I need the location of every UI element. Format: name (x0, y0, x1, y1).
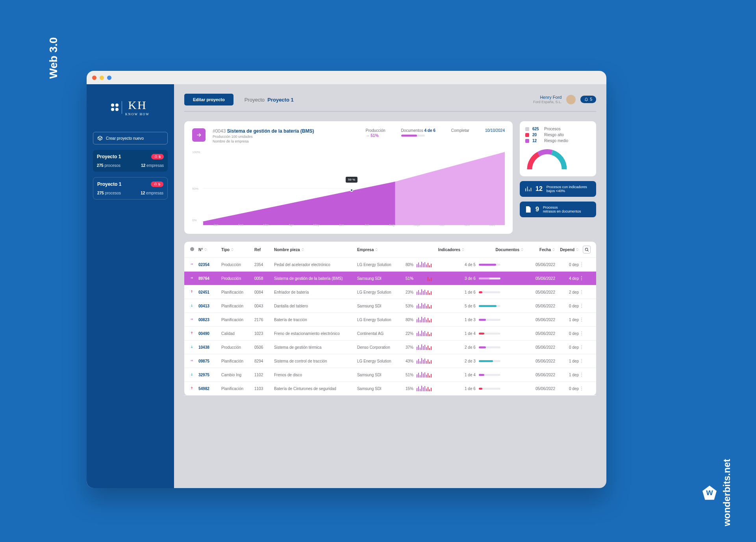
browser-window: KH KNOW HOW Crear proyecto nuevo Proyect… (87, 71, 606, 488)
user-name: Henry Ford (533, 94, 562, 100)
chart-point (350, 189, 353, 192)
sidebar-project-card[interactable]: Proyecto 15 275 procesos12 empresas (93, 177, 168, 200)
trend-down-icon (190, 303, 194, 307)
trend-down-icon (190, 372, 194, 376)
th-num[interactable]: N° (198, 248, 221, 252)
th-nombre[interactable]: Nombre pieza (274, 248, 357, 252)
sparkline (417, 358, 432, 364)
table-row[interactable]: 10438 Producción 0506 Sistema de gestión… (184, 340, 596, 354)
chart-icon-box (192, 128, 206, 142)
main-content: Editar proyecto Proyecto Proyecto 1 Henr… (174, 84, 606, 488)
trend-up-icon (190, 386, 194, 390)
logo-subtitle: KNOW HOW (125, 113, 150, 116)
sparkline (417, 372, 432, 377)
notifications-badge[interactable]: 5 (580, 96, 596, 103)
project-title: Proyecto 1 (97, 181, 121, 187)
doc-delay-card[interactable]: 9 Procesosretrasos en documentos (520, 202, 596, 217)
th-fecha[interactable]: Fecha (524, 248, 555, 252)
x-axis-label: Apr (278, 223, 304, 227)
table-row[interactable]: 00823 Planificación 2176 Batería de trac… (184, 313, 596, 327)
table-row[interactable]: 54982 Planificación 1103 Batería de Cint… (184, 382, 596, 396)
table-header: N° Tipo Ref Nombre pieza Empresa Indicad… (184, 242, 596, 258)
search-icon (585, 248, 589, 252)
edit-project-button[interactable]: Editar proyecto (184, 94, 233, 105)
process-table: N° Tipo Ref Nombre pieza Empresa Indicad… (184, 242, 596, 396)
table-row[interactable]: 89764 Producción 0058 Sistema de gestión… (184, 272, 596, 285)
table-row[interactable]: 02354 Producción 2354 Pedal del acelerad… (184, 258, 596, 272)
avatar[interactable] (566, 95, 576, 104)
row-menu-icon[interactable] (579, 331, 584, 335)
page-label-web30: Web 3.0 (47, 37, 60, 79)
row-menu-icon[interactable] (579, 290, 584, 294)
bell-icon (154, 155, 158, 158)
x-axis-label: Jan (203, 223, 228, 227)
document-icon (524, 206, 532, 213)
x-axis-label: Sept (404, 223, 430, 227)
th-depend[interactable]: Depend (555, 248, 579, 252)
x-axis-label: Nov (454, 223, 480, 227)
arrow-right-icon (196, 132, 202, 138)
browser-titlebar (87, 71, 606, 84)
table-row[interactable]: 00490 Calidad 1023 Freno de estacionamie… (184, 327, 596, 340)
svg-point-3 (585, 248, 587, 250)
x-axis-label: Oct (429, 223, 454, 227)
progress-bar (479, 333, 500, 335)
table-row[interactable]: 02451 Planificación 0084 Enfriador de ba… (184, 285, 596, 299)
sort-icon (552, 248, 555, 251)
window-max-dot[interactable] (107, 76, 111, 80)
sort-icon (375, 248, 378, 251)
sidebar-project-card[interactable]: Proyecto 15 275 procesos12 empresas (93, 150, 168, 172)
th-tipo[interactable]: Tipo (221, 248, 254, 252)
new-project-button[interactable]: Crear proyecto nuevo (93, 132, 168, 144)
x-axis-label: Jul (354, 223, 379, 227)
new-project-label: Crear proyecto nuevo (106, 136, 144, 141)
alert-badge: 5 (151, 181, 163, 187)
stats-card: 625Procesos 20Riesgo alto 12Riesgo medio (520, 121, 596, 176)
th-documentos[interactable]: Documentos (465, 248, 524, 252)
bars-icon (524, 185, 532, 192)
topbar: Editar proyecto Proyecto Proyecto 1 Henr… (184, 94, 596, 112)
row-menu-icon[interactable] (579, 373, 584, 377)
svg-point-2 (190, 247, 194, 251)
row-menu-icon[interactable] (579, 304, 584, 308)
table-row[interactable]: 09875 Planificación 8294 Sistema de cont… (184, 354, 596, 368)
project-title: Proyecto 1 (97, 154, 121, 159)
row-menu-icon[interactable] (579, 263, 584, 266)
chart-title: Sistema de gestión de la batería (BMS) (227, 128, 314, 134)
chart-tooltip: 59 % (346, 177, 358, 183)
progress-bar (479, 346, 500, 348)
brand-logo: KH KNOW HOW (93, 98, 168, 116)
window-close-dot[interactable] (92, 76, 96, 80)
progress-bar (479, 291, 500, 293)
sort-icon (231, 248, 234, 251)
th-empresa[interactable]: Empresa (357, 248, 406, 252)
search-button[interactable] (583, 246, 591, 253)
x-axis-label: Jun (329, 223, 354, 227)
row-menu-icon[interactable] (579, 276, 584, 280)
logo-icon (111, 104, 119, 111)
sidebar: KH KNOW HOW Crear proyecto nuevo Proyect… (87, 84, 174, 488)
th-ref[interactable]: Ref (254, 248, 274, 252)
th-indicadores[interactable]: Indicadores (406, 248, 465, 252)
progress-bar (479, 374, 500, 376)
wonderbits-logo-icon (702, 486, 717, 500)
row-menu-icon[interactable] (579, 318, 584, 322)
row-menu-icon[interactable] (579, 345, 584, 349)
x-axis-label: Feb (228, 223, 254, 227)
sparkline (417, 386, 432, 391)
sparkline (417, 276, 432, 281)
trend-right-icon (190, 262, 194, 266)
table-row[interactable]: 32975 Cambio Ing 1102 Frenos de disco Sa… (184, 368, 596, 382)
cube-icon (97, 135, 103, 141)
row-menu-icon[interactable] (579, 359, 584, 363)
bell-icon (154, 183, 157, 186)
window-min-dot[interactable] (100, 76, 104, 80)
row-menu-icon[interactable] (579, 387, 584, 390)
sort-icon (521, 248, 524, 251)
x-axis-label: Dec (480, 223, 505, 227)
sparkline (417, 317, 432, 322)
sparkline (417, 331, 432, 336)
progress-bar (479, 388, 500, 390)
table-row[interactable]: 00413 Planificación 0043 Dantalla del ta… (184, 299, 596, 313)
indicator-low-card[interactable]: 12 Procesos con indicadores bajos <40% (520, 181, 596, 197)
